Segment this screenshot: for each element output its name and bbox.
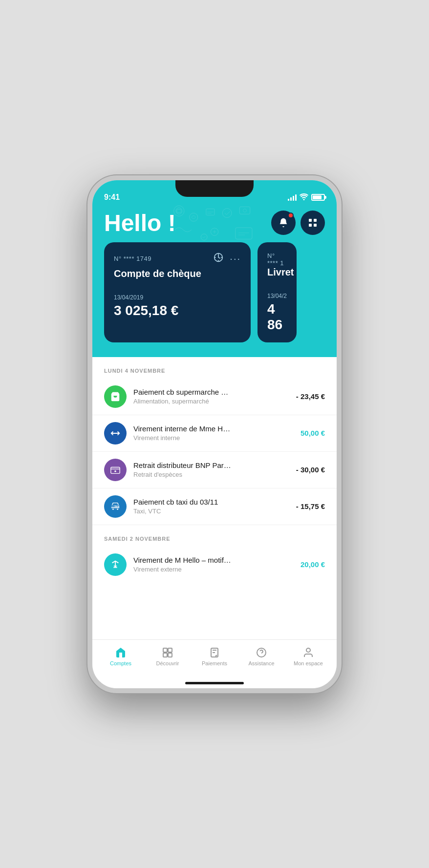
cards-section: N° **** 1749 ··· C bbox=[92, 242, 337, 357]
transaction-icon-wire-out bbox=[104, 553, 127, 576]
transaction-item[interactable]: Retrait distributeur BNP Paribas ... Ret… bbox=[92, 452, 337, 488]
svg-rect-14 bbox=[314, 224, 317, 227]
transaction-item[interactable]: TAXI Paiement cb taxi du 03/11 Taxi, VTC… bbox=[92, 488, 337, 525]
transaction-info: Paiement cb taxi du 03/11 Taxi, VTC bbox=[133, 498, 296, 515]
transaction-info: Retrait distributeur BNP Paribas ... Ret… bbox=[133, 461, 296, 478]
card-number-partial: N° **** 1 bbox=[267, 252, 287, 267]
nav-label-paiements: Paiements bbox=[202, 660, 227, 666]
date-group-1: LUNDI 4 NOVEMBRE bbox=[92, 357, 337, 379]
transaction-title: Virement de M Hello – motif : re... bbox=[133, 556, 231, 564]
svg-rect-12 bbox=[314, 219, 317, 222]
svg-rect-13 bbox=[309, 224, 312, 227]
transaction-title: Retrait distributeur BNP Paribas ... bbox=[133, 461, 231, 469]
chart-icon[interactable] bbox=[213, 252, 224, 265]
date-label-1: LUNDI 4 NOVEMBRE bbox=[104, 368, 165, 374]
header-top: Hello ! bbox=[104, 210, 325, 242]
transaction-icon-taxi: TAXI bbox=[104, 495, 127, 518]
svg-rect-25 bbox=[168, 653, 172, 657]
svg-rect-23 bbox=[168, 648, 172, 652]
svg-point-27 bbox=[306, 648, 310, 652]
home-bar bbox=[185, 682, 244, 684]
account-date-partial: 13/04/2 bbox=[267, 293, 287, 299]
transaction-title: Paiement cb supermarche du 03/11 bbox=[133, 388, 231, 396]
svg-point-17 bbox=[114, 470, 116, 472]
transaction-icon-atm bbox=[104, 459, 127, 481]
account-title-partial: Livret bbox=[267, 267, 287, 278]
svg-rect-22 bbox=[163, 648, 167, 652]
transaction-title: Paiement cb taxi du 03/11 bbox=[133, 498, 231, 506]
status-time: 9:41 bbox=[104, 193, 120, 202]
transaction-category: Virement interne bbox=[133, 434, 300, 442]
transaction-category: Alimentation, supermarché bbox=[133, 398, 296, 405]
greeting: Hello ! bbox=[104, 210, 176, 236]
transaction-item[interactable]: Paiement cb supermarche du 03/11 Aliment… bbox=[92, 379, 337, 415]
nav-item-mon-espace[interactable]: Mon espace bbox=[285, 647, 332, 666]
header: Hello ! bbox=[92, 205, 337, 242]
svg-text:TAXI: TAXI bbox=[114, 505, 119, 508]
transaction-info: Virement interne de Mme Hello –... Virem… bbox=[133, 424, 300, 442]
notch bbox=[175, 180, 254, 197]
card-number: N° **** 1749 bbox=[114, 255, 151, 262]
transactions-list: LUNDI 4 NOVEMBRE Paiement cb supermarche… bbox=[92, 357, 337, 639]
account-balance: 3 025,18 € bbox=[114, 303, 241, 318]
transaction-icon-transfer bbox=[104, 422, 127, 445]
transaction-icon-cart bbox=[104, 385, 127, 408]
account-date: 13/04/2019 bbox=[114, 294, 241, 301]
bottom-nav: Comptes Découvrir Paiements bbox=[92, 639, 337, 678]
svg-point-19 bbox=[112, 508, 114, 510]
account-card-main[interactable]: N° **** 1749 ··· C bbox=[104, 242, 251, 342]
transaction-info: Virement de M Hello – motif : re... Vire… bbox=[133, 556, 300, 573]
nav-item-assistance[interactable]: Assistance bbox=[238, 647, 285, 666]
transaction-amount: - 15,75 € bbox=[296, 502, 325, 510]
nav-item-decouvrir[interactable]: Découvrir bbox=[144, 647, 191, 666]
account-balance-partial: 4 86 bbox=[267, 301, 287, 333]
signal-icon bbox=[288, 194, 297, 201]
transaction-amount: - 30,00 € bbox=[296, 466, 325, 474]
home-indicator bbox=[92, 678, 337, 688]
svg-rect-24 bbox=[163, 653, 167, 657]
transaction-item[interactable]: Virement de M Hello – motif : re... Vire… bbox=[92, 547, 337, 583]
transaction-amount: 20,00 € bbox=[300, 560, 325, 569]
transaction-info: Paiement cb supermarche du 03/11 Aliment… bbox=[133, 388, 296, 405]
svg-rect-16 bbox=[111, 467, 120, 473]
account-card-partial[interactable]: N° **** 1 Livret 13/04/2 4 86 bbox=[257, 242, 297, 342]
transaction-amount: - 23,45 € bbox=[296, 392, 325, 401]
cards-scroll: N° **** 1749 ··· C bbox=[104, 242, 325, 342]
transaction-category: Virement externe bbox=[133, 566, 300, 573]
svg-point-20 bbox=[117, 508, 118, 510]
nav-label-comptes: Comptes bbox=[110, 660, 131, 666]
svg-rect-11 bbox=[309, 219, 312, 222]
transaction-item[interactable]: Virement interne de Mme Hello –... Virem… bbox=[92, 415, 337, 452]
transaction-amount: 50,00 € bbox=[300, 429, 325, 437]
status-icons bbox=[288, 193, 325, 202]
nav-item-comptes[interactable]: Comptes bbox=[97, 647, 144, 666]
notification-button[interactable] bbox=[271, 211, 296, 235]
wifi-icon bbox=[300, 193, 308, 202]
phone-frame: 9:41 bbox=[87, 175, 342, 693]
phone-outer: 9:41 bbox=[0, 0, 429, 868]
header-buttons bbox=[271, 211, 325, 235]
account-title: Compte de chèque bbox=[114, 268, 241, 279]
more-options-icon[interactable]: ··· bbox=[230, 253, 241, 264]
transaction-category: Taxi, VTC bbox=[133, 508, 296, 515]
transaction-category: Retrait d'espèces bbox=[133, 471, 296, 478]
nav-label-decouvrir: Découvrir bbox=[156, 660, 179, 666]
date-group-2: SAMEDI 2 NOVEMBRE bbox=[92, 525, 337, 547]
nav-label-assistance: Assistance bbox=[248, 660, 274, 666]
battery-icon bbox=[311, 194, 325, 201]
nav-label-mon-espace: Mon espace bbox=[294, 660, 323, 666]
card-actions: ··· bbox=[213, 252, 241, 265]
transaction-title: Virement interne de Mme Hello –... bbox=[133, 424, 231, 433]
notification-badge bbox=[288, 212, 294, 218]
card-header: N° **** 1749 ··· bbox=[114, 252, 241, 265]
date-label-2: SAMEDI 2 NOVEMBRE bbox=[104, 536, 171, 542]
nav-item-paiements[interactable]: Paiements bbox=[191, 647, 238, 666]
menu-button[interactable] bbox=[300, 211, 325, 235]
